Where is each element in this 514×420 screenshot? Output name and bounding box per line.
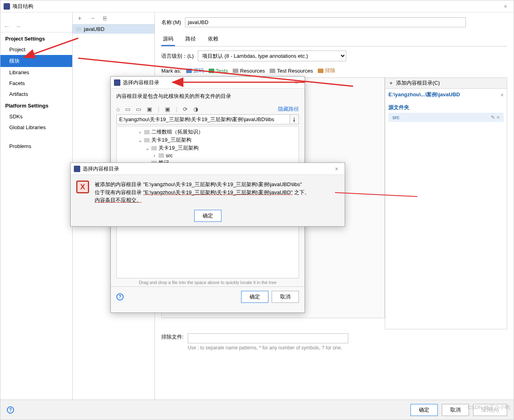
newfolder-icon[interactable]: ▣	[147, 106, 152, 112]
close-icon[interactable]: ×	[501, 3, 510, 10]
exclude-files-input[interactable]	[188, 333, 348, 343]
hide-path-link[interactable]: 隐藏路径	[278, 106, 299, 113]
tree-node[interactable]: ⌄关卡19_三层架构	[118, 144, 297, 152]
ok-button[interactable]: 确定	[410, 404, 438, 416]
error-message: 被添加的内容根目录 "E:\yangzhou\关卡19_三层架构\关卡19_三层…	[95, 181, 310, 204]
remove-module-icon[interactable]: －	[90, 14, 96, 22]
watermark: CSDN @王小小鸭	[467, 404, 510, 411]
content-root-path: E:\yangzhou\...\案例\javaUBD	[388, 91, 460, 98]
path-history-icon[interactable]: ⭳	[290, 114, 299, 124]
dialog2-close-icon[interactable]: ×	[332, 166, 341, 172]
sidebar-item-facets[interactable]: Facets	[0, 78, 72, 89]
sidebar-item-globallibs[interactable]: Global Libraries	[0, 122, 72, 133]
cancel-button[interactable]: 取消	[442, 404, 469, 416]
exclude-files-label: 排除文件:	[161, 333, 184, 341]
tree-node[interactable]: ⌄关卡19_三层架构	[118, 136, 297, 144]
mark-as-row: Mark as: 源码 Tests Resources Test Resourc…	[161, 67, 507, 74]
project-icon[interactable]: ▭	[136, 106, 141, 112]
path-input[interactable]	[116, 114, 290, 124]
window-title: 项目结构	[12, 3, 33, 10]
error-icon: X	[76, 181, 89, 193]
detail-tabs: 源码 路径 依赖	[161, 33, 507, 47]
remove-content-root-icon[interactable]: ×	[500, 92, 504, 98]
drag-hint: Drag and drop a file into the space abov…	[112, 280, 303, 285]
sidebar-item-libraries[interactable]: Libraries	[0, 67, 72, 78]
forward-icon[interactable]: →	[15, 23, 21, 30]
dialog2-ok-button[interactable]: 确定	[194, 210, 221, 222]
sidebar-item-modules[interactable]: 模块	[0, 55, 72, 67]
error-dialog: 选择内容根目录 × X 被添加的内容根目录 "E:\yangzhou\关卡19_…	[70, 162, 345, 227]
name-label: 名称:(M)	[161, 19, 181, 26]
mark-as-label: Mark as:	[161, 68, 181, 74]
add-content-root-button[interactable]: ＋ 添加内容根目录(C)	[385, 77, 507, 89]
module-toolbar: ＋ － ⎘	[73, 12, 154, 24]
language-level-select[interactable]: 项目默认 (8 - Lambdas, type annotations etc.…	[198, 51, 346, 61]
desktop-icon[interactable]: ▭	[125, 106, 130, 112]
showhidden-icon[interactable]: ◑	[193, 106, 198, 112]
help-icon[interactable]: ?	[7, 406, 14, 414]
dialog1-cancel-button[interactable]: 取消	[272, 291, 299, 303]
plus-icon: ＋	[388, 79, 394, 87]
main-button-bar: ? 确定 取消 应用(A)	[0, 400, 514, 420]
sidebar-item-artifacts[interactable]: Artifacts	[0, 89, 72, 99]
edit-icon[interactable]: ✎ ×	[491, 114, 500, 120]
dialog1-toolbar: ⌂ ▭ ▭ ▣ | ▣ | ⟳ ◑ 隐藏路径	[111, 104, 305, 114]
content-root-panel: E:\yangzhou\...\案例\javaUBD × 源文件夹 src ✎ …	[385, 89, 507, 329]
module-name: javaUBD	[84, 26, 104, 32]
platform-settings-header: Platform Settings	[0, 99, 72, 111]
copy-module-icon[interactable]: ⎘	[103, 15, 107, 22]
main-titlebar: 项目结构 ×	[0, 0, 514, 12]
source-folders-header: 源文件夹	[388, 104, 504, 111]
tab-deps[interactable]: 依赖	[206, 33, 220, 46]
project-settings-header: Project Settings	[0, 32, 72, 44]
sidebar-item-sdks[interactable]: SDKs	[0, 111, 72, 122]
tree-node[interactable]: ›src	[118, 152, 297, 159]
error-dialog-icon	[74, 166, 80, 172]
tab-source[interactable]: 源码	[161, 33, 175, 46]
language-level-label: 语言级别：(L)	[161, 53, 194, 60]
mark-excluded[interactable]: 排除	[318, 67, 335, 74]
dialog1-close-icon[interactable]: ×	[292, 79, 301, 86]
dialog-icon	[114, 79, 120, 86]
nav-history: ← →	[0, 20, 72, 32]
home-icon[interactable]: ⌂	[116, 106, 120, 112]
module-item-javaubd[interactable]: javaUBD	[73, 24, 154, 34]
tree-node[interactable]: ›二维数组（拓展知识）	[118, 128, 297, 136]
settings-sidebar: ← → Project Settings Project 模块 Librarie…	[0, 12, 73, 400]
dialog1-title: 选择内容根目录	[123, 79, 159, 86]
sidebar-item-project[interactable]: Project	[0, 44, 72, 55]
refresh-icon[interactable]: ⟳	[183, 106, 188, 112]
add-module-icon[interactable]: ＋	[77, 14, 83, 22]
app-icon	[4, 3, 10, 10]
tab-paths[interactable]: 路径	[184, 33, 197, 46]
delete-icon[interactable]: ▣	[165, 106, 170, 112]
module-name-input[interactable]	[185, 17, 466, 27]
mark-tests[interactable]: Tests	[209, 68, 228, 74]
folder-icon	[76, 27, 81, 31]
mark-test-resources[interactable]: Test Resources	[270, 68, 313, 74]
dialog2-title: 选择内容根目录	[83, 165, 119, 172]
mark-sources[interactable]: 源码	[186, 67, 204, 74]
dialog1-description: 内容根目录是包含与此模块相关的所有文件的目录	[111, 89, 305, 104]
back-icon[interactable]: ←	[4, 23, 10, 30]
dialog1-ok-button[interactable]: 确定	[241, 291, 268, 303]
exclude-hint: Use ; to separate name patterns, * for a…	[188, 345, 348, 351]
sidebar-item-problems[interactable]: Problems	[0, 141, 72, 152]
mark-resources[interactable]: Resources	[233, 68, 265, 74]
dialog1-help-icon[interactable]: ?	[116, 293, 124, 300]
source-folder-src[interactable]: src ✎ ×	[388, 113, 504, 122]
